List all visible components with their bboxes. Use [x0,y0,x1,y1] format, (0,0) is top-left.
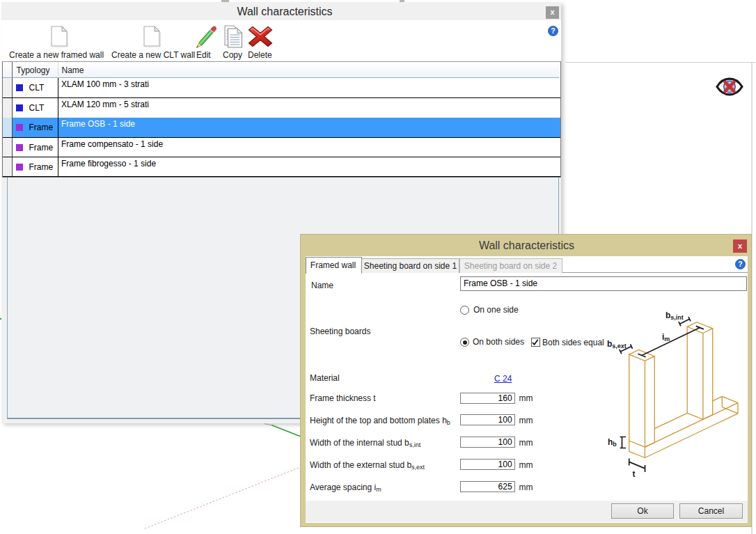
svg-text:hb: hb [608,437,617,448]
svg-text:?: ? [551,26,555,35]
svg-text:im: im [662,332,670,343]
svg-text:t: t [633,469,636,479]
svg-text:bs,int: bs,int [666,311,684,321]
svg-text:bs,ext: bs,ext [607,339,627,350]
svg-text:?: ? [738,260,742,268]
